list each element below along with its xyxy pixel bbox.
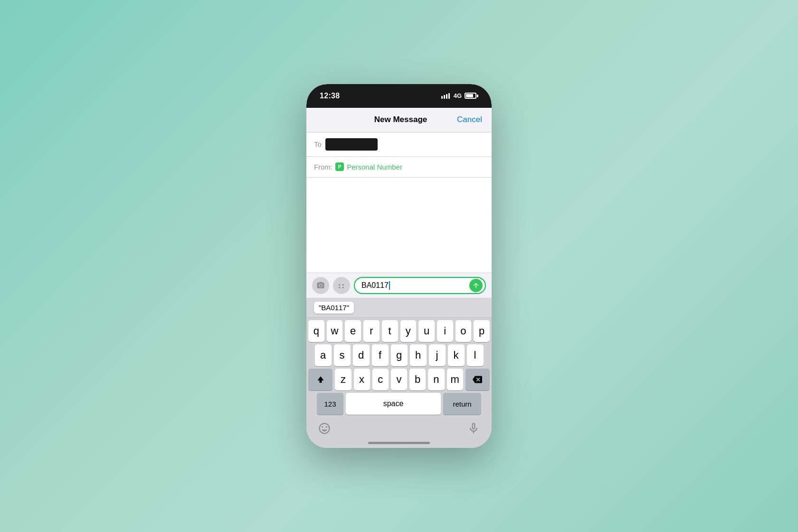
- emoji-icon: [318, 422, 331, 435]
- key-d[interactable]: d: [353, 344, 370, 366]
- camera-icon: [316, 281, 325, 290]
- from-field[interactable]: From: P Personal Number: [306, 157, 492, 178]
- home-indicator: [306, 442, 492, 448]
- send-button[interactable]: [469, 279, 483, 292]
- key-s[interactable]: s: [334, 344, 351, 366]
- input-bar: BA0117: [306, 273, 492, 298]
- key-g[interactable]: g: [391, 344, 408, 366]
- status-bar: 12:38 4G: [306, 84, 492, 108]
- key-k[interactable]: k: [448, 344, 465, 366]
- return-key[interactable]: return: [443, 393, 481, 415]
- keyboard-row-1: q w e r t y u i o p: [306, 318, 492, 342]
- key-e[interactable]: e: [345, 320, 361, 342]
- delete-key[interactable]: [466, 369, 490, 390]
- emoji-button[interactable]: [316, 420, 333, 437]
- from-number-label: Personal Number: [347, 163, 402, 171]
- key-u[interactable]: u: [418, 320, 435, 342]
- key-i[interactable]: i: [437, 320, 453, 342]
- cancel-button[interactable]: Cancel: [457, 115, 482, 124]
- message-input-text: BA0117: [361, 281, 468, 290]
- to-recipient-redacted: [325, 138, 378, 151]
- keyboard-row-bottom: 123 space return: [306, 390, 492, 417]
- key-p[interactable]: p: [474, 320, 490, 342]
- key-n[interactable]: n: [428, 369, 444, 390]
- key-y[interactable]: y: [400, 320, 417, 342]
- signal-icon: [441, 93, 450, 99]
- camera-button[interactable]: [312, 277, 329, 294]
- key-l[interactable]: l: [467, 344, 484, 366]
- key-t[interactable]: t: [382, 320, 398, 342]
- send-arrow-icon: [472, 282, 480, 289]
- compose-area: To From: P Personal Number: [306, 133, 492, 298]
- status-icons: 4G: [441, 92, 478, 99]
- shift-key[interactable]: [308, 369, 332, 390]
- network-label: 4G: [454, 92, 462, 99]
- message-body[interactable]: [306, 178, 492, 273]
- nav-title: New Message: [374, 115, 428, 124]
- status-time: 12:38: [320, 92, 340, 100]
- key-x[interactable]: x: [354, 369, 370, 390]
- numbers-key[interactable]: 123: [317, 393, 343, 415]
- to-label: To: [314, 140, 322, 148]
- key-b[interactable]: b: [409, 369, 426, 390]
- key-c[interactable]: c: [372, 369, 389, 390]
- key-w[interactable]: w: [327, 320, 343, 342]
- personal-number-icon: P: [335, 162, 344, 171]
- key-r[interactable]: r: [363, 320, 380, 342]
- key-z[interactable]: z: [335, 369, 351, 390]
- key-o[interactable]: o: [456, 320, 472, 342]
- phone-frame: 12:38 4G New Message Cancel To: [306, 84, 492, 448]
- home-bar: [368, 442, 430, 444]
- shift-icon: [316, 375, 325, 384]
- keyboard-row-3: z x c v b n m: [306, 366, 492, 390]
- personal-number-icon-letter: P: [338, 164, 342, 170]
- appstore-button[interactable]: [333, 277, 350, 294]
- keyboard: q w e r t y u i o p a s d f g h j k l: [306, 318, 492, 448]
- key-j[interactable]: j: [429, 344, 446, 366]
- key-q[interactable]: q: [308, 320, 324, 342]
- keyboard-bottom-bar: [306, 417, 492, 442]
- key-m[interactable]: m: [447, 369, 463, 390]
- microphone-icon: [467, 422, 480, 435]
- battery-icon: [465, 93, 478, 99]
- appstore-icon: [337, 281, 346, 290]
- message-input[interactable]: BA0117: [354, 277, 486, 294]
- microphone-button[interactable]: [465, 420, 482, 437]
- key-f[interactable]: f: [372, 344, 389, 366]
- key-h[interactable]: h: [410, 344, 427, 366]
- autocomplete-suggestion[interactable]: "BA0117": [314, 302, 354, 314]
- space-key[interactable]: space: [346, 393, 441, 415]
- keyboard-row-2: a s d f g h j k l: [306, 342, 492, 366]
- key-a[interactable]: a: [315, 344, 332, 366]
- delete-icon: [473, 375, 482, 384]
- to-field[interactable]: To: [306, 133, 492, 157]
- autocomplete-bar: "BA0117": [306, 298, 492, 318]
- input-text-content: BA0117: [361, 281, 389, 289]
- nav-bar: New Message Cancel: [306, 108, 492, 133]
- key-v[interactable]: v: [391, 369, 407, 390]
- from-label: From:: [314, 163, 332, 171]
- text-cursor: [389, 281, 390, 290]
